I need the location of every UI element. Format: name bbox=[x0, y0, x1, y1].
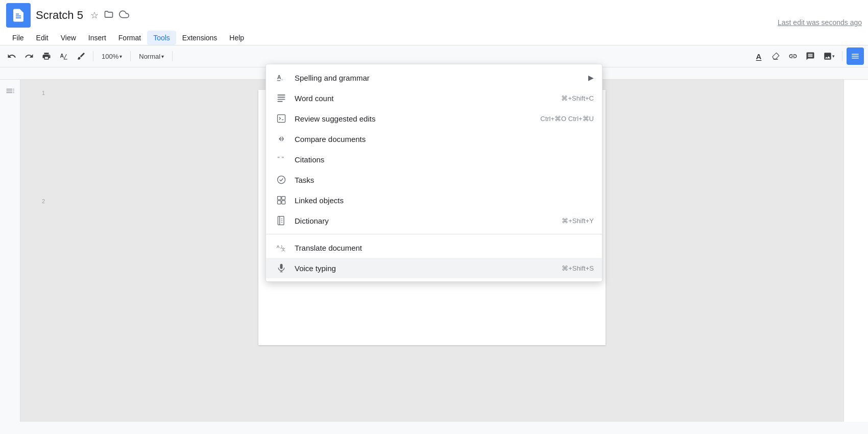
word-count-shortcut: ⌘+Shift+C bbox=[561, 94, 594, 102]
tools-dropdown-menu: A ᵥ Spelling and grammar ▶ Word count ⌘+… bbox=[266, 64, 602, 282]
google-docs-icon bbox=[6, 3, 31, 28]
outline-icon[interactable] bbox=[5, 86, 15, 99]
menu-item-review-edits[interactable]: Review suggested edits Ctrl+⌘O Ctrl+⌘U bbox=[266, 108, 602, 129]
star-icon[interactable]: ☆ bbox=[90, 10, 99, 21]
line-num-1: 1 bbox=[42, 90, 45, 96]
print-button[interactable] bbox=[39, 49, 54, 63]
menu-item-dictionary[interactable]: Dictionary ⌘+Shift+Y bbox=[266, 210, 602, 231]
svg-rect-14 bbox=[278, 115, 285, 123]
menu-edit[interactable]: Edit bbox=[30, 31, 55, 45]
menu-item-spelling-grammar[interactable]: A ᵥ Spelling and grammar ▶ bbox=[266, 67, 602, 88]
menu-item-linked-objects[interactable]: Linked objects bbox=[266, 190, 602, 210]
menu-separator bbox=[266, 234, 602, 234]
insert-link-button[interactable] bbox=[785, 49, 801, 63]
style-arrow-icon: ▾ bbox=[161, 54, 164, 59]
cloud-save-icon[interactable] bbox=[119, 9, 129, 22]
voice-typing-label: Voice typing bbox=[295, 264, 551, 273]
spelling-grammar-arrow: ▶ bbox=[588, 74, 594, 82]
voice-typing-icon bbox=[274, 263, 288, 273]
tasks-label: Tasks bbox=[295, 176, 594, 184]
menu-help[interactable]: Help bbox=[223, 31, 250, 45]
text-color-button[interactable]: A bbox=[752, 49, 766, 63]
review-edits-shortcut: Ctrl+⌘O Ctrl+⌘U bbox=[540, 115, 594, 123]
toolbar-right-group: A ▾ bbox=[752, 47, 864, 65]
left-sidebar bbox=[0, 80, 20, 422]
svg-rect-12 bbox=[278, 99, 285, 100]
menu-item-voice-typing[interactable]: Voice typing ⌘+Shift+S bbox=[266, 258, 602, 278]
highlight-button[interactable] bbox=[768, 49, 783, 63]
zoom-selector[interactable]: 100% ▾ bbox=[98, 51, 126, 62]
zoom-value: 100% bbox=[102, 53, 118, 60]
review-edits-label: Review suggested edits bbox=[295, 114, 530, 123]
menu-item-tasks[interactable]: Tasks bbox=[266, 170, 602, 190]
menubar: File Edit View Insert Format Tools Exten… bbox=[6, 30, 862, 45]
insert-comment-button[interactable] bbox=[803, 49, 818, 63]
menu-item-citations[interactable]: " " Citations bbox=[266, 149, 602, 170]
word-count-label: Word count bbox=[295, 94, 551, 103]
citations-icon: " " bbox=[274, 154, 288, 164]
toolbar-divider-2 bbox=[130, 51, 131, 61]
linked-objects-label: Linked objects bbox=[295, 196, 594, 205]
word-count-icon bbox=[274, 93, 288, 103]
redo-button[interactable] bbox=[21, 49, 37, 63]
svg-rect-22 bbox=[282, 201, 285, 204]
svg-text:文: 文 bbox=[281, 247, 285, 252]
svg-rect-21 bbox=[278, 201, 281, 204]
menu-insert[interactable]: Insert bbox=[82, 31, 112, 45]
undo-button[interactable] bbox=[4, 49, 19, 63]
translate-icon: A 文 bbox=[274, 243, 288, 253]
svg-text:ᵥ: ᵥ bbox=[281, 77, 283, 81]
svg-rect-13 bbox=[278, 101, 283, 102]
spelling-grammar-icon: A ᵥ bbox=[274, 73, 288, 83]
menu-item-word-count[interactable]: Word count ⌘+Shift+C bbox=[266, 88, 602, 108]
linked-objects-icon bbox=[274, 195, 288, 205]
review-edits-icon bbox=[274, 113, 288, 124]
svg-text:": " bbox=[282, 155, 284, 162]
spellcheck-button[interactable]: A bbox=[56, 49, 71, 63]
paint-format-button[interactable] bbox=[74, 49, 89, 63]
svg-rect-11 bbox=[278, 97, 285, 98]
right-panel bbox=[843, 80, 868, 422]
menu-file[interactable]: File bbox=[6, 31, 30, 45]
zoom-arrow-icon: ▾ bbox=[119, 54, 122, 59]
menu-item-translate[interactable]: A 文 Translate document bbox=[266, 237, 602, 258]
svg-point-18 bbox=[278, 176, 285, 184]
toolbar-divider-4 bbox=[842, 51, 842, 61]
style-value: Normal bbox=[139, 53, 160, 60]
translate-label: Translate document bbox=[295, 244, 594, 252]
dictionary-shortcut: ⌘+Shift+Y bbox=[562, 217, 594, 225]
menu-format[interactable]: Format bbox=[112, 31, 147, 45]
insert-image-button[interactable]: ▾ bbox=[820, 49, 838, 63]
voice-typing-shortcut: ⌘+Shift+S bbox=[562, 264, 594, 272]
toolbar-divider-1 bbox=[93, 51, 93, 61]
line-num-2: 2 bbox=[42, 198, 45, 204]
last-edit-status: Last edit was seconds ago bbox=[778, 18, 862, 28]
toolbar-divider-3 bbox=[172, 51, 173, 61]
text-color-icon: A bbox=[756, 52, 762, 61]
title-row: Scratch 5 ☆ Last edit was seconds ago bbox=[6, 3, 862, 30]
svg-text:": " bbox=[278, 155, 280, 162]
menu-item-compare-docs[interactable]: Compare documents bbox=[266, 129, 602, 149]
svg-text:A: A bbox=[60, 53, 64, 59]
spelling-grammar-label: Spelling and grammar bbox=[295, 74, 583, 82]
title-action-icons: ☆ bbox=[90, 9, 129, 22]
document-title: Scratch 5 bbox=[36, 9, 83, 22]
menu-view[interactable]: View bbox=[55, 31, 82, 45]
tasks-icon bbox=[274, 175, 288, 185]
svg-rect-29 bbox=[280, 264, 283, 269]
svg-rect-10 bbox=[278, 94, 285, 95]
dictionary-icon bbox=[274, 215, 288, 226]
svg-rect-19 bbox=[278, 197, 281, 200]
compare-docs-icon bbox=[274, 134, 288, 144]
menu-extensions[interactable]: Extensions bbox=[176, 31, 223, 45]
svg-text:A: A bbox=[277, 244, 280, 249]
dictionary-label: Dictionary bbox=[295, 216, 551, 225]
svg-rect-23 bbox=[278, 216, 284, 225]
svg-text:A: A bbox=[277, 74, 281, 80]
header: Scratch 5 ☆ Last edit was seconds ago Fi… bbox=[0, 0, 868, 45]
folder-icon[interactable] bbox=[104, 9, 114, 22]
sidebar-toggle-button[interactable] bbox=[847, 47, 864, 65]
menu-tools[interactable]: Tools bbox=[147, 31, 176, 45]
citations-label: Citations bbox=[295, 155, 594, 164]
style-selector[interactable]: Normal ▾ bbox=[135, 51, 168, 62]
